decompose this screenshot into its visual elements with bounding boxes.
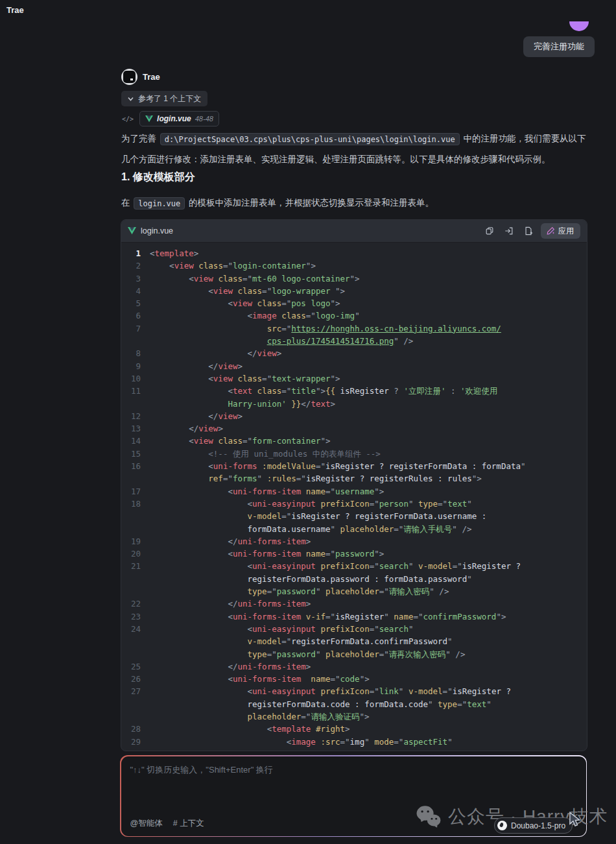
code-line: 5 <view class="pos logo"> [125, 297, 587, 309]
file-reference-chip[interactable]: login.vue 48-48 [139, 111, 219, 127]
assistant-paragraph: 为了完善 d:\ProjectSpace\03.cps\plus\cps-plu… [121, 128, 589, 170]
code-text: Harry-union' }}</text> [150, 398, 335, 410]
code-text: v-model="isRegister ? registerFormData.u… [150, 510, 486, 522]
agent-mention-button[interactable]: @智能体 [130, 818, 163, 829]
create-file-button[interactable] [521, 224, 536, 238]
code-line: 20 <uni-forms-item name="password"> [125, 548, 587, 560]
line-number [125, 510, 141, 522]
line-number [125, 748, 141, 751]
mouse-cursor-icon [567, 811, 582, 828]
line-number: 12 [125, 410, 141, 422]
code-line: 19 </uni-forms-item> [125, 535, 587, 548]
line-number: 23 [125, 610, 141, 623]
magic-pen-icon [546, 226, 555, 235]
code-text: <view class="form-container"> [150, 435, 331, 447]
trae-chat-panel: Trae 完善注册功能 Trae 参考了 1 个上下文 </> login.vu… [0, 0, 616, 844]
assistant-header: Trae [121, 69, 160, 85]
vue-logo-icon [145, 115, 153, 123]
code-text: cps-plus/1745414514716.png" /> [150, 335, 413, 347]
code-line: 1<template> [125, 247, 587, 259]
code-text: src="https://honghh.oss-cn-beijing.aliyu… [150, 322, 501, 335]
line-number: 29 [125, 736, 141, 748]
code-text: </view> [150, 422, 223, 435]
copy-code-button[interactable] [482, 224, 497, 238]
line-number: 11 [125, 385, 141, 397]
code-text: v-model="registerFormData.confirmPasswor… [150, 635, 453, 647]
paragraph-text: 的模板中添加注册表单，并根据状态切换显示登录和注册表单。 [186, 198, 434, 208]
code-line: 18 <uni-easyinput prefixIcon="person" ty… [125, 498, 587, 510]
code-line: 29 <image :src="img" mode="aspectFit" [125, 736, 587, 748]
code-line: 21 <uni-easyinput prefixIcon="search" v-… [125, 560, 587, 572]
code-line: v-model="isRegister ? registerFormData.u… [125, 510, 587, 522]
line-number [125, 710, 141, 723]
line-number: 7 [125, 322, 141, 335]
line-number: 13 [125, 422, 141, 435]
code-block-header: login.vue [121, 220, 587, 243]
code-text: <uni-forms-item name="code"> [150, 673, 370, 685]
code-line: 27 <uni-easyinput prefixIcon="link" v-mo… [125, 685, 587, 697]
code-line: type="password" placeholder="请再次输入密码" /> [125, 648, 587, 660]
apply-code-button[interactable]: 应用 [541, 223, 580, 239]
code-text: <view class="login-container"> [150, 259, 316, 272]
vue-logo-icon [128, 227, 136, 235]
code-line: 12 </view> [125, 410, 587, 422]
code-text: type="password" placeholder="请输入密码" /> [150, 585, 449, 597]
code-line: 8 </view> [125, 347, 587, 359]
line-number [125, 573, 141, 585]
code-text: type="password" placeholder="请再次输入密码" /> [150, 648, 465, 660]
code-text: <uni-easyinput prefixIcon="search" v-mod… [150, 560, 521, 572]
context-toggle-label: 参考了 1 个上下文 [138, 93, 201, 104]
code-line: registerFormData.password : formData.pas… [125, 573, 587, 585]
file-line-range: 48-48 [195, 115, 213, 123]
paragraph-text: 为了完善 [121, 134, 159, 143]
code-text: placeholder="请输入验证码"> [150, 710, 369, 723]
code-text: <uni-forms-item name="password"> [150, 548, 384, 560]
code-editor-content[interactable]: 1<template>2 <view class="login-containe… [121, 242, 587, 751]
add-context-button[interactable]: # 上下文 [173, 818, 204, 829]
user-avatar [569, 21, 589, 31]
line-number: 15 [125, 448, 141, 460]
apply-button-label: 应用 [558, 226, 574, 237]
model-name: Doubao-1.5-pro [511, 821, 565, 830]
file-name: login.vue [157, 114, 191, 123]
line-number: 21 [125, 560, 141, 572]
code-line: 2 <view class="login-container"> [125, 259, 587, 272]
code-line: registerFormData.code : formData.code" t… [125, 698, 587, 710]
code-text: ref="forms" :rules="isRegister ? registe… [150, 472, 482, 485]
context-toggle[interactable]: 参考了 1 个上下文 [121, 91, 207, 106]
line-number [125, 585, 141, 597]
paragraph-text: 在 [121, 198, 132, 208]
insert-code-button[interactable] [502, 224, 516, 238]
line-number: 14 [125, 435, 141, 447]
chevron-down-icon [128, 97, 134, 101]
code-text: registerFormData.code : formData.code" t… [150, 698, 492, 710]
file-plus-icon [524, 226, 533, 235]
line-number: 2 [125, 259, 141, 272]
code-toolbar: 应用 [482, 223, 580, 239]
code-line: 7 src="https://honghh.oss-cn-beijing.ali… [125, 322, 587, 335]
code-icon: </> [122, 115, 134, 123]
inline-code: d:\ProjectSpace\03.cps\plus\cps-plus-uni… [160, 133, 460, 145]
code-text: <view class="mt-60 logo-container"> [150, 272, 360, 285]
line-number: 8 [125, 347, 141, 359]
line-number: 26 [125, 673, 141, 685]
code-line: formData.username" placeholder="请输入手机号" … [125, 523, 587, 535]
code-text: <image class="logo-img" [150, 309, 360, 322]
code-text: <uni-forms-item v-if="isRegister" name="… [150, 610, 506, 623]
code-text: <text class="title">{{ isRegister ? '立即注… [150, 385, 498, 397]
code-line: v-model="registerFormData.confirmPasswor… [125, 635, 587, 647]
file-reference-row: </> login.vue 48-48 [122, 111, 219, 127]
code-text: @click="getCaptchaCode" class="captcha-i… [150, 748, 521, 751]
line-number [125, 335, 141, 347]
code-line: 10 <view class="text-wrapper"> [125, 372, 587, 385]
line-number [125, 398, 141, 410]
code-line: 15 <!-- 使用 uni_modules 中的表单组件 --> [125, 448, 587, 460]
assistant-paragraph: 在 login.vue 的模板中添加注册表单，并根据状态切换显示登录和注册表单。 [121, 193, 589, 213]
line-number: 1 [125, 247, 141, 259]
model-selector[interactable]: Doubao-1.5-pro [494, 817, 573, 834]
line-number: 25 [125, 660, 141, 673]
line-number: 24 [125, 623, 141, 635]
line-number: 28 [125, 723, 141, 735]
inline-code: login.vue [134, 197, 185, 210]
trae-avatar [121, 69, 137, 85]
